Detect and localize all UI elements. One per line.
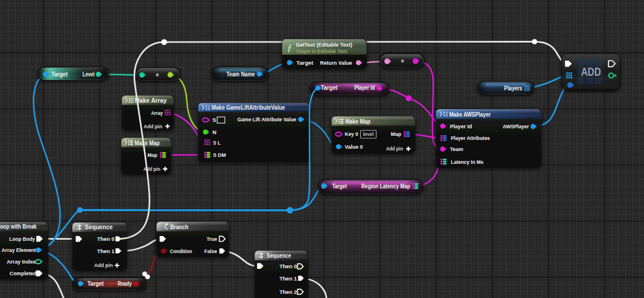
svg-text:Then 2: Then 2: [280, 289, 297, 295]
svg-text:Value 0: Value 0: [345, 143, 363, 150]
svg-text:Loop Body: Loop Body: [9, 236, 36, 242]
svg-text:N: N: [213, 129, 217, 135]
svg-text:Then 1: Then 1: [280, 275, 298, 282]
svg-text:Team Name: Team Name: [227, 71, 255, 78]
svg-text:Target: Target: [51, 71, 68, 78]
svg-text:Array Element: Array Element: [2, 247, 37, 253]
svg-text:Region Latency Map: Region Latency Map: [361, 183, 410, 190]
svg-text:Map: Map: [147, 152, 157, 158]
svg-text:Map: Map: [390, 131, 401, 137]
svg-text:Target is Editable Text: Target is Editable Text: [296, 48, 348, 54]
svg-text:Latency In Ms: Latency In Ms: [451, 159, 484, 165]
svg-text:Target: Target: [297, 59, 314, 66]
svg-text:Sequence: Sequence: [85, 224, 113, 230]
svg-text:level: level: [363, 131, 374, 137]
svg-text:AWSPlayer: AWSPlayer: [503, 123, 529, 129]
svg-text:Make AWSPlayer: Make AWSPlayer: [449, 111, 491, 118]
svg-text:Make Array: Make Array: [135, 97, 167, 104]
svg-text:Game Lift Attribute Value: Game Lift Attribute Value: [237, 116, 296, 122]
svg-text:Target: Target: [332, 183, 347, 190]
svg-text:Ready: Ready: [118, 281, 132, 287]
svg-text:Completed: Completed: [10, 270, 37, 276]
svg-text:Then 0: Then 0: [280, 263, 297, 269]
svg-text:Player Attributes: Player Attributes: [451, 135, 490, 141]
svg-text:Array Index: Array Index: [7, 258, 37, 265]
svg-text:Condition: Condition: [170, 248, 192, 254]
svg-text:S DM: S DM: [213, 152, 226, 158]
svg-text:S: S: [213, 117, 216, 123]
svg-text:Then 1: Then 1: [97, 248, 115, 254]
svg-text:Player Id: Player Id: [450, 123, 472, 129]
svg-text:Target: Target: [321, 85, 338, 91]
svg-text:Add pin: Add pin: [386, 145, 403, 152]
svg-text:Key 0: Key 0: [345, 131, 358, 137]
svg-text:Make Map: Make Map: [135, 140, 160, 146]
svg-text:Sequence: Sequence: [267, 253, 291, 259]
svg-text:Target: Target: [87, 281, 104, 287]
svg-text:ADD: ADD: [581, 65, 601, 78]
svg-text:False: False: [205, 248, 217, 254]
svg-text:Team: Team: [450, 146, 463, 152]
svg-text:Players: Players: [504, 85, 522, 92]
svg-text:Make GameLiftAttributeValue: Make GameLiftAttributeValue: [212, 104, 285, 111]
svg-text:oop with Break: oop with Break: [0, 223, 37, 230]
svg-text:Add pin: Add pin: [94, 262, 113, 268]
svg-text:S L: S L: [213, 139, 221, 146]
svg-text:Make Map: Make Map: [346, 118, 371, 125]
svg-text:Add pin: Add pin: [144, 123, 163, 129]
svg-text:Array: Array: [151, 110, 163, 116]
svg-text:ƒ: ƒ: [287, 41, 293, 53]
svg-text:True: True: [207, 236, 217, 242]
svg-text:Level: Level: [82, 71, 94, 78]
svg-text:Return Value: Return Value: [320, 59, 352, 66]
svg-text:Branch: Branch: [170, 224, 188, 230]
svg-text:Then 0: Then 0: [97, 236, 115, 242]
svg-text:GetText (Editable Text): GetText (Editable Text): [296, 41, 353, 48]
svg-text:Player Id: Player Id: [354, 85, 375, 91]
